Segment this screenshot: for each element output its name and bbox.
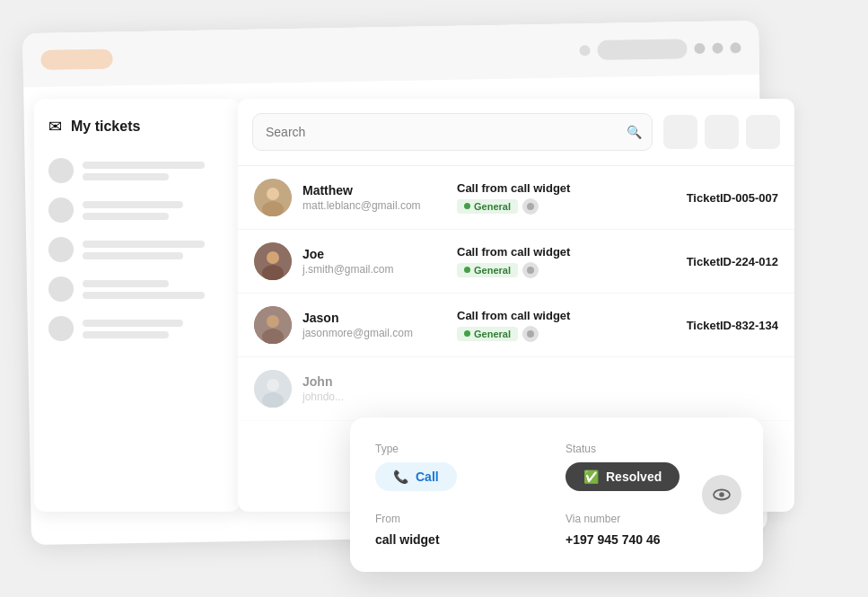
skeleton-line-2a [83, 201, 183, 208]
skeleton-avatar-1 [48, 158, 74, 183]
bg-dots-right [694, 42, 741, 54]
search-bar: 🔍 [238, 99, 794, 166]
avatar-john [254, 370, 292, 408]
detail-resolved-button[interactable]: ✅ Resolved [566, 462, 679, 491]
ticket-tags-matthew: General [457, 198, 651, 215]
skeleton-line-4b [83, 292, 205, 299]
ticket-tags-jason: General [457, 326, 651, 342]
detail-status-label: Status [566, 443, 738, 455]
ticket-id-jason: TicketID-832-134 [662, 319, 778, 332]
tag-extra-jason [522, 326, 539, 342]
detail-type-label: Type [375, 443, 548, 455]
ticket-row-matthew[interactable]: Matthew matt.leblanc@gmail.com Call from… [238, 166, 794, 230]
tag-general-matthew: General [457, 199, 518, 214]
bg-pill [40, 48, 112, 69]
ticket-subject-matthew: Call from call widget General [457, 181, 651, 215]
detail-bottom-grid: From call widget Via number +197 945 740… [375, 513, 738, 547]
sidebar-row-2 [48, 198, 226, 223]
skeleton-line-4a [83, 280, 169, 287]
bg-dot-sm-1 [694, 43, 705, 54]
skeleton-avatar-3 [48, 237, 74, 262]
ticket-email-joe: j.smith@gmail.com [302, 263, 446, 276]
skeleton-lines-5 [83, 320, 226, 338]
eye-button[interactable] [702, 475, 741, 514]
ticket-info-jason: Jason jasonmore@gmail.com [302, 311, 446, 339]
detail-from-label: From [375, 513, 548, 525]
skeleton-lines-1 [83, 162, 226, 180]
resolved-btn-label: Resolved [606, 470, 662, 484]
sidebar-row-4 [48, 277, 226, 302]
sidebar-title-row: ✉ My tickets [48, 117, 226, 136]
detail-popup: Type 📞 Call Status ✅ Resolved From call … [350, 417, 763, 572]
ticket-id-joe: TicketID-224-012 [662, 255, 778, 268]
tag-general-jason: General [457, 327, 518, 341]
ticket-name-john: John [302, 374, 446, 389]
avatar-joe [254, 242, 292, 280]
avatar-matthew [254, 179, 292, 216]
search-icon: 🔍 [627, 125, 642, 139]
bg-dot-1 [579, 45, 590, 56]
ticket-row-joe[interactable]: Joe j.smith@gmail.com Call from call wid… [238, 230, 794, 294]
call-phone-icon: 📞 [393, 470, 408, 484]
eye-icon [712, 485, 732, 505]
tag-dot-joe [464, 267, 470, 273]
detail-type-section: Type 📞 Call [375, 443, 548, 491]
ticket-subject-jason: Call from call widget General [457, 309, 651, 342]
skeleton-line-5b [83, 331, 169, 338]
ticket-name-matthew: Matthew [302, 183, 446, 198]
toolbar-btn-2[interactable] [705, 115, 739, 149]
ticket-name-jason: Jason [302, 311, 446, 325]
skeleton-avatar-4 [48, 277, 74, 302]
skeleton-avatar-2 [48, 198, 74, 223]
ticket-name-joe: Joe [302, 247, 446, 261]
svg-point-5 [267, 251, 279, 264]
ticket-row-john[interactable]: John johndo... [238, 357, 794, 421]
svg-point-11 [527, 330, 534, 338]
ticket-email-matthew: matt.leblanc@gmail.com [302, 199, 446, 212]
skeleton-lines-3 [83, 241, 226, 259]
ticket-subject-title-joe: Call from call widget [457, 245, 651, 259]
toolbar-btn-1[interactable] [663, 115, 697, 149]
tag-dot-jason [464, 330, 470, 337]
toolbar-btn-3[interactable] [746, 115, 780, 149]
svg-point-7 [527, 267, 534, 274]
bg-dot-sm-2 [712, 43, 723, 54]
scene: ✉ My tickets [0, 0, 868, 597]
svg-point-9 [267, 315, 279, 328]
ticket-email-john: johndo... [302, 391, 446, 403]
tag-general-joe: General [457, 263, 518, 277]
tag-label-matthew: General [474, 201, 511, 212]
bg-dot-sm-3 [730, 42, 741, 53]
sidebar-title-text: My tickets [71, 119, 140, 135]
ticket-row-jason[interactable]: Jason jasonmore@gmail.com Call from call… [238, 294, 794, 357]
search-input-wrap[interactable]: 🔍 [252, 113, 653, 151]
skeleton-line-2b [83, 213, 169, 220]
svg-point-13 [267, 379, 279, 391]
svg-point-16 [719, 492, 724, 497]
tag-extra-joe [522, 262, 539, 278]
sidebar-row-1 [48, 158, 226, 183]
sidebar-row-3 [48, 237, 226, 262]
detail-via-label: Via number [566, 513, 738, 525]
bg-card-topbar [22, 21, 759, 87]
detail-call-button[interactable]: 📞 Call [375, 462, 457, 491]
sidebar-panel: ✉ My tickets [34, 99, 241, 512]
detail-via-section: Via number +197 945 740 46 [566, 513, 738, 547]
call-btn-label: Call [416, 470, 439, 484]
tag-dot-matthew [464, 203, 470, 209]
ticket-info-joe: Joe j.smith@gmail.com [302, 247, 446, 276]
ticket-subject-title-matthew: Call from call widget [457, 181, 651, 195]
skeleton-line-1b [83, 173, 169, 180]
skeleton-line-3a [83, 241, 205, 248]
ticket-id-matthew: TicketID-005-007 [662, 191, 778, 205]
svg-point-3 [527, 203, 534, 210]
avatar-jason [254, 306, 292, 344]
tag-label-jason: General [474, 329, 511, 339]
skeleton-lines-2 [83, 201, 226, 220]
ticket-subject-title-jason: Call from call widget [457, 309, 651, 322]
tag-label-joe: General [474, 265, 511, 276]
search-input[interactable] [252, 113, 653, 151]
svg-point-1 [267, 188, 279, 200]
skeleton-line-3b [83, 252, 183, 259]
detail-via-value: +197 945 740 46 [566, 532, 738, 547]
